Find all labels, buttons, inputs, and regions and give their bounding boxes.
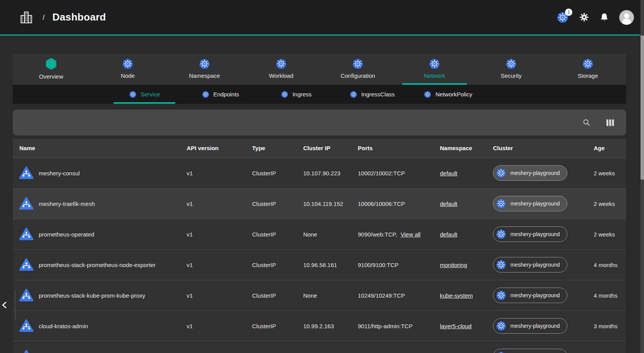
namespace-link[interactable]: default [440, 170, 457, 176]
table-header: Name API version Type Cluster IP Ports N… [13, 139, 626, 158]
service-name: prometheus-stack-kube-prom-kube-proxy [39, 292, 145, 299]
connected-clusters-button[interactable]: 1 [556, 11, 569, 24]
cluster-chip-label: meshery-playground [510, 231, 560, 237]
tab-workload[interactable]: Workload [243, 54, 319, 85]
cluster-chip[interactable]: meshery-playground [493, 349, 567, 353]
service-name: meshery-consul [39, 170, 80, 176]
table-row[interactable]: prometheus-operated v1 ClusterIP None 90… [13, 219, 626, 249]
view-all-ports-link[interactable]: View all [400, 231, 420, 238]
tab-security[interactable]: Security [473, 54, 550, 85]
kubernetes-icon [199, 58, 210, 70]
kubernetes-icon [496, 290, 507, 301]
bell-icon[interactable] [599, 12, 609, 22]
service-icon [19, 287, 34, 303]
cluster-chip[interactable]: meshery-playground [493, 196, 567, 211]
tab-namespace[interactable]: Namespace [166, 54, 243, 85]
namespace-link[interactable]: layer5-cloud [440, 323, 472, 329]
subtab-label: Endpoints [213, 91, 239, 98]
namespace-cell: layer5-cloud [440, 323, 493, 329]
namespace-link[interactable]: default [440, 200, 457, 207]
namespace-link[interactable]: kube-system [440, 292, 473, 299]
table-row[interactable]: prometheus-stack-kube-prom-kube-proxy v1… [13, 280, 626, 310]
tab-network[interactable]: Network [396, 54, 473, 85]
cluster-count-badge: 1 [565, 9, 572, 16]
subtab-service[interactable]: Service [106, 85, 182, 104]
subtab-ingress[interactable]: Ingress [258, 85, 334, 104]
age-cell: 4 months [594, 292, 626, 299]
cluster-chip[interactable]: meshery-playground [493, 165, 567, 181]
column-header[interactable]: Age [594, 145, 626, 151]
cluster-cell: meshery-playground [493, 349, 594, 353]
age-cell: 2 weeks [594, 231, 626, 238]
cluster-ip-cell: None [303, 231, 358, 238]
subtab-ingressclass[interactable]: IngressClass [334, 85, 410, 104]
subtab-networkpolicy[interactable]: NetworkPolicy [410, 85, 486, 104]
namespace-link[interactable]: default [440, 231, 457, 238]
ports-cell: 10002/10002:TCP [358, 170, 440, 176]
service-icon [19, 195, 34, 212]
cluster-chip[interactable]: meshery-playground [493, 257, 567, 272]
tab-storage[interactable]: Storage [550, 54, 626, 85]
kubernetes-icon [350, 91, 357, 98]
tab-label: Node [121, 72, 135, 79]
tab-overview[interactable]: Overview [13, 54, 89, 85]
cluster-cell: meshery-playground [493, 288, 594, 303]
column-header[interactable]: Type [252, 145, 303, 151]
scrollbar-thumb[interactable] [641, 36, 644, 180]
table-row[interactable]: meshery-consul v1 ClusterIP 10.107.90.22… [13, 158, 626, 188]
kubernetes-icon [352, 58, 364, 70]
table-toolbar [13, 110, 626, 135]
subtab-endpoints[interactable]: Endpoints [182, 85, 258, 104]
app-bar: / Dashboard 1 [0, 0, 644, 36]
page-title: Dashboard [52, 11, 106, 23]
tab-label: Workload [269, 72, 293, 79]
cluster-chip[interactable]: meshery-playground [493, 318, 567, 334]
namespace-link[interactable]: monitoring [440, 262, 467, 268]
main-content: Overview Node Namespace Workload Configu… [13, 54, 626, 353]
kubernetes-icon [496, 320, 507, 331]
type-cell: ClusterIP [252, 200, 303, 207]
cluster-ip-cell: 10.107.90.223 [303, 170, 358, 176]
tab-node[interactable]: Node [89, 54, 166, 85]
ports-cell: 9100/9100:TCP [358, 262, 440, 268]
column-header[interactable]: Name [13, 145, 187, 151]
table-row[interactable]: prometheus-stack-prometheus-node-exporte… [13, 249, 626, 280]
tab-label: Namespace [189, 72, 220, 79]
scrollbar[interactable] [641, 0, 644, 353]
table-row[interactable]: meshery meshery-playground [13, 341, 626, 353]
kubernetes-icon [582, 58, 594, 70]
appbar-actions: 1 [556, 10, 644, 25]
column-header[interactable]: Ports [358, 145, 440, 151]
ports-cell: 9090/web:TCP,View all [358, 231, 440, 238]
table-row[interactable]: cloud-kratos-admin v1 ClusterIP 10.99.2.… [13, 310, 626, 341]
chevron-left-icon [0, 300, 9, 310]
api-version-cell: v1 [187, 262, 252, 268]
table-row[interactable]: meshery-traefik-mesh v1 ClusterIP 10.104… [13, 188, 626, 219]
namespace-cell: default [440, 200, 493, 207]
cluster-cell: meshery-playground [493, 257, 594, 272]
service-icon [19, 318, 34, 334]
tab-configuration[interactable]: Configuration [319, 54, 396, 85]
sidebar-collapse-button[interactable] [0, 290, 15, 320]
organization-logo-icon[interactable] [19, 10, 33, 24]
service-name: cloud-kratos-admin [39, 323, 88, 329]
subtabs: Service Endpoints Ingress IngressClass N… [13, 85, 626, 104]
column-header[interactable]: Cluster [493, 145, 594, 151]
cluster-ip-cell: 10.96.58.161 [303, 262, 358, 268]
view-columns-button[interactable] [603, 115, 618, 130]
user-avatar[interactable] [619, 10, 634, 25]
search-button[interactable] [579, 115, 594, 130]
column-header[interactable]: API version [187, 145, 252, 151]
subtab-label: NetworkPolicy [435, 91, 472, 98]
services-table: Name API version Type Cluster IP Ports N… [13, 139, 626, 353]
ports-cell: 10249/10249:TCP [358, 292, 440, 299]
ports-cell: 9011/http-admin:TCP [358, 323, 440, 329]
column-header[interactable]: Cluster IP [303, 145, 358, 151]
type-cell: ClusterIP [252, 170, 303, 176]
column-header[interactable]: Namespace [440, 145, 493, 151]
cluster-chip[interactable]: meshery-playground [493, 288, 567, 303]
cluster-chip[interactable]: meshery-playground [493, 226, 567, 242]
tab-label: Configuration [340, 72, 375, 79]
kubernetes-icon [496, 198, 507, 209]
gear-icon[interactable] [579, 12, 589, 22]
